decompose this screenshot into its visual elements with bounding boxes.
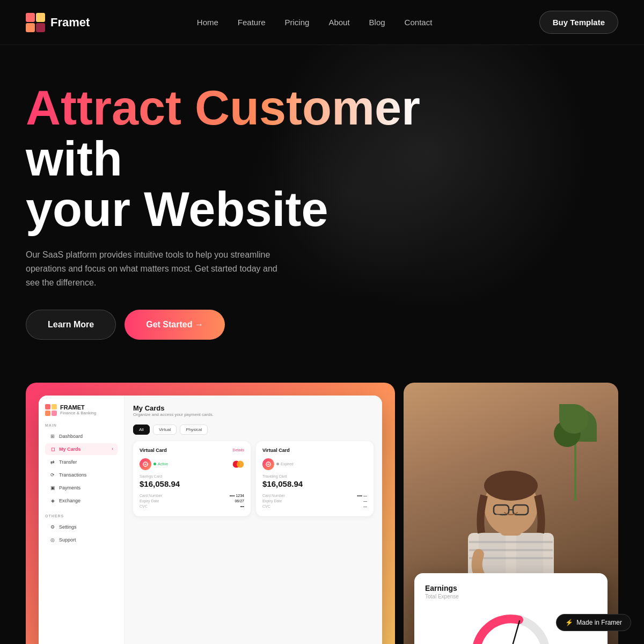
card2-icons: Expired (262, 458, 367, 470)
app-main-content: My Cards Organize and access your paymen… (125, 396, 382, 644)
svg-rect-1 (36, 13, 45, 22)
framer-badge[interactable]: ⚡ Made in Framer (556, 614, 631, 631)
nav-links: Home Feature Pricing About Blog Contact (197, 18, 433, 27)
mycards-icon: ◻ (49, 446, 56, 452)
framer-icon: ⚡ (565, 619, 573, 626)
card2-type: Virtual Card (262, 448, 290, 453)
sidebar-item-payments[interactable]: ▣ Payments (45, 482, 118, 494)
svg-rect-6 (45, 411, 50, 416)
tab-virtual[interactable]: Virtual (153, 425, 177, 435)
nav-home[interactable]: Home (197, 18, 218, 27)
hero-title: Attract Customer with your Website (26, 83, 444, 235)
transfer-icon: ⇄ (49, 459, 56, 465)
card1-status: Active (153, 462, 168, 466)
sidebar-section-label-others: OTHERS (45, 514, 118, 518)
logo-icon (26, 13, 45, 32)
learn-more-button[interactable]: Learn More (26, 310, 116, 340)
hero-title-line2: your Website (26, 182, 328, 236)
photo-screenshot: Earnings Total Expense 40% (404, 383, 618, 644)
logo: Framet (26, 13, 90, 32)
hero-title-with: with (26, 132, 122, 186)
hero-actions: Learn More Get Started → (26, 310, 618, 340)
buy-template-button[interactable]: Buy Template (539, 11, 618, 34)
logo-text: Framet (50, 16, 90, 30)
sidebar-item-transfer[interactable]: ⇄ Transfer (45, 456, 118, 468)
card2-logo (262, 458, 274, 470)
svg-rect-4 (45, 404, 50, 409)
app-mockup: FRAMET Finance & Banking MAIN ⊞ Dashboar… (39, 396, 382, 644)
card1-header: Virtual Card Details (140, 448, 244, 453)
virtual-card-2: Virtual Card Expired Traveling Card (256, 441, 374, 516)
earnings-title: Earnings (425, 584, 597, 592)
get-started-button[interactable]: Get Started → (125, 310, 225, 340)
sidebar-item-label-exchange: Exchange (59, 498, 80, 503)
framer-text: Made in Framer (576, 619, 622, 626)
sidebar-item-label-transactions: Transactions (59, 472, 86, 478)
app-main-header: My Cards Organize and access your paymen… (133, 404, 374, 417)
card2-cvc-row: CVC — (262, 504, 367, 508)
app-brand: FRAMET (60, 404, 96, 411)
sidebar-item-transactions[interactable]: ⟳ Transactions (45, 469, 118, 481)
app-tabs: All Virtual Physical (133, 425, 374, 435)
card1-type: Virtual Card (140, 448, 167, 453)
app-sidebar-logo: FRAMET Finance & Banking (45, 404, 118, 416)
sidebar-item-mycards[interactable]: ◻ My Cards › (45, 443, 118, 455)
app-logo-icon (45, 404, 57, 416)
settings-icon: ⚙ (49, 524, 56, 530)
screenshots-section: FRAMET Finance & Banking MAIN ⊞ Dashboar… (0, 372, 644, 644)
card1-name: Savings Card (140, 474, 244, 478)
mastercard-icon (232, 460, 244, 469)
sidebar-item-label-dashboard: Dashboard (59, 434, 83, 439)
card1-amount: $16,058.94 (140, 479, 244, 488)
navbar: Framet Home Feature Pricing About Blog C… (0, 0, 644, 45)
nav-contact[interactable]: Contact (405, 18, 433, 27)
svg-rect-5 (52, 404, 57, 409)
card1-expiry-row: Expiry Date 06/27 (140, 499, 244, 503)
earnings-card: Earnings Total Expense 40% (414, 573, 608, 644)
earnings-subtitle: Total Expense (425, 594, 597, 599)
svg-rect-0 (26, 13, 35, 22)
card1-number-row: Card Number •••• 1234 (140, 494, 244, 497)
sidebar-section-label-main: MAIN (45, 423, 118, 427)
card1-cvc-row: CVC ••• (140, 504, 244, 508)
svg-line-29 (511, 621, 519, 644)
hero-subtitle: Our SaaS platform provides intuitive too… (26, 248, 283, 290)
nav-feature[interactable]: Feature (238, 18, 266, 27)
dashboard-icon: ⊞ (49, 433, 56, 440)
support-icon: ◎ (49, 537, 56, 543)
card1-icons: Active (140, 458, 244, 470)
card1-action[interactable]: Details (233, 448, 244, 452)
app-screenshot: FRAMET Finance & Banking MAIN ⊞ Dashboar… (26, 383, 395, 644)
sidebar-item-label-support: Support (59, 537, 76, 543)
nav-pricing[interactable]: Pricing (285, 18, 310, 27)
tab-physical[interactable]: Physical (180, 425, 208, 435)
svg-rect-2 (26, 23, 35, 32)
svg-point-24 (489, 515, 506, 528)
payments-icon: ▣ (49, 485, 56, 491)
gauge-svg (468, 608, 554, 644)
card2-header: Virtual Card (262, 448, 367, 453)
app-brand-sub: Finance & Banking (60, 411, 96, 415)
sidebar-item-settings[interactable]: ⚙ Settings (45, 521, 118, 533)
card2-status: Expired (276, 462, 294, 466)
earnings-percentage: 40% (499, 641, 523, 644)
sidebar-item-dashboard[interactable]: ⊞ Dashboard (45, 430, 118, 442)
app-main-title: My Cards (133, 404, 214, 412)
card2-expiry-row: Expiry Date — (262, 499, 367, 503)
svg-rect-3 (36, 23, 45, 32)
nav-blog[interactable]: Blog (369, 18, 385, 27)
gauge-chart: 40% (468, 608, 554, 644)
sidebar-item-label-payments: Payments (59, 485, 80, 491)
sidebar-item-label-settings: Settings (59, 524, 77, 530)
hero-section: Attract Customer with your Website Our S… (0, 45, 644, 361)
nav-about[interactable]: About (328, 18, 349, 27)
svg-rect-7 (52, 411, 57, 416)
sidebar-item-chevron: › (112, 447, 113, 451)
sidebar-section-main: MAIN ⊞ Dashboard ◻ My Cards › ⇄ Transfer (45, 423, 118, 507)
sidebar-item-support[interactable]: ◎ Support (45, 534, 118, 546)
sidebar-item-label-mycards: My Cards (59, 447, 81, 452)
hero-title-colored: Attract Customer (26, 81, 420, 135)
sidebar-item-label-transfer: Transfer (59, 459, 77, 465)
tab-all[interactable]: All (133, 425, 150, 435)
sidebar-item-exchange[interactable]: ◈ Exchange (45, 495, 118, 507)
